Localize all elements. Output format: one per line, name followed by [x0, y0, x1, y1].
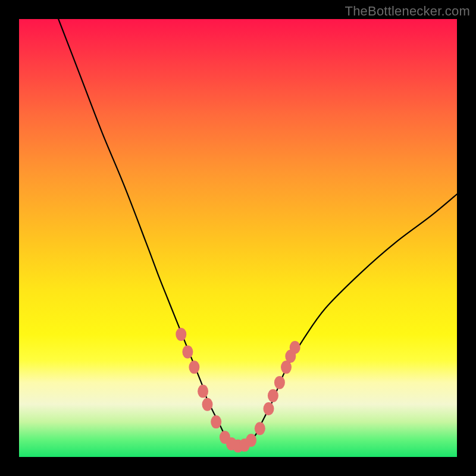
- watermark-text: TheBottlenecker.com: [345, 4, 470, 19]
- curve-svg: [19, 19, 457, 457]
- marker-point: [189, 361, 199, 374]
- highlight-markers: [176, 328, 300, 453]
- marker-point: [246, 434, 256, 447]
- marker-point: [198, 385, 208, 398]
- bottleneck-curve: [58, 19, 457, 446]
- marker-point: [264, 402, 274, 415]
- marker-point: [211, 415, 221, 428]
- marker-point: [182, 345, 193, 358]
- marker-point: [176, 328, 186, 341]
- marker-point: [202, 398, 213, 411]
- marker-point: [268, 389, 278, 402]
- plot-area: [19, 19, 457, 457]
- marker-point: [255, 422, 265, 435]
- marker-point: [290, 341, 300, 354]
- marker-point: [274, 376, 285, 389]
- chart-frame: TheBottlenecker.com: [0, 0, 476, 476]
